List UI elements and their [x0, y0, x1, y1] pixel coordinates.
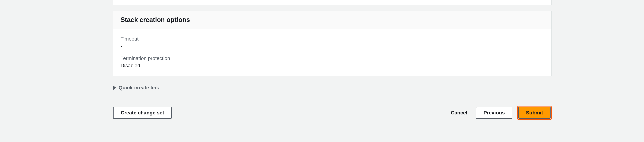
main-content: Stack creation options Timeout - Termina…: [113, 0, 552, 120]
create-change-set-button[interactable]: Create change set: [113, 107, 172, 119]
submit-highlight: Submit: [517, 106, 552, 120]
card-body: Timeout - Termination protection Disable…: [114, 29, 552, 76]
timeout-value: -: [120, 43, 544, 49]
sidebar-divider: [14, 0, 14, 123]
submit-button[interactable]: Submit: [518, 107, 550, 119]
card-header: Stack creation options: [114, 11, 552, 29]
termination-protection-field: Termination protection Disabled: [120, 55, 544, 68]
previous-card-bottom-edge: [113, 0, 552, 6]
stack-creation-options-card: Stack creation options Timeout - Termina…: [113, 11, 552, 76]
wizard-button-row: Create change set Cancel Previous Submit: [113, 106, 552, 120]
quick-create-link-toggle[interactable]: Quick-create link: [113, 81, 552, 94]
button-row-left: Create change set: [113, 107, 172, 119]
cancel-button[interactable]: Cancel: [447, 107, 471, 118]
termination-protection-value: Disabled: [120, 63, 544, 68]
timeout-field: Timeout -: [120, 36, 544, 49]
expand-right-icon: [113, 86, 116, 90]
timeout-label: Timeout: [120, 36, 544, 42]
card-title: Stack creation options: [120, 16, 544, 24]
button-row-right: Cancel Previous Submit: [447, 106, 552, 120]
previous-button[interactable]: Previous: [476, 107, 512, 119]
termination-protection-label: Termination protection: [120, 55, 544, 61]
quick-create-link-label: Quick-create link: [118, 85, 159, 91]
